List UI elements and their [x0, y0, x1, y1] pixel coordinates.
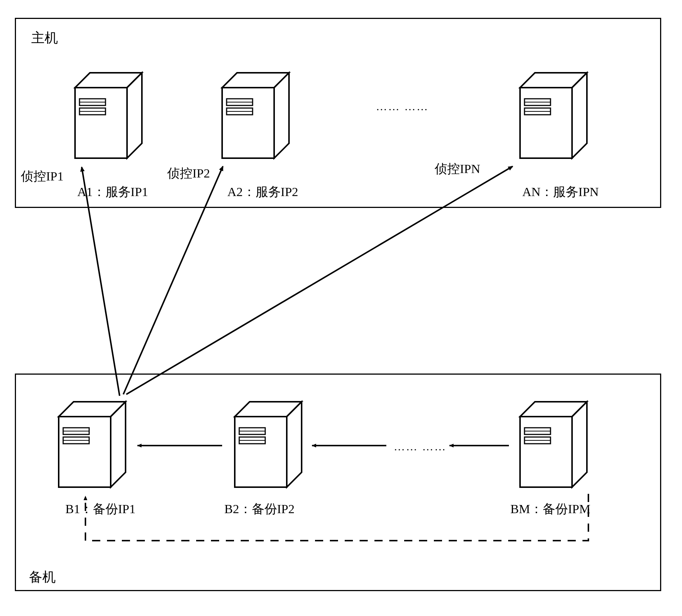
svg-marker-36 — [572, 402, 587, 487]
server-a2-name-label: A2：服务IP2 — [227, 183, 298, 201]
server-bm-name-label: BM：备份IPM — [510, 501, 590, 518]
svg-marker-29 — [287, 402, 302, 487]
server-an — [501, 65, 591, 162]
server-an-monitor-label: 侦控IPN — [435, 160, 480, 177]
primary-group-label: 主机 — [31, 29, 58, 47]
server-b2-name-label: B2：备份IP2 — [224, 501, 295, 518]
server-b2 — [216, 394, 305, 491]
svg-marker-1 — [127, 73, 142, 158]
server-a2 — [204, 65, 293, 162]
ellipsis-mid: …… …… — [394, 440, 447, 453]
server-a1-monitor-label: 侦控IP1 — [21, 168, 64, 185]
server-a1-name-label: A1：服务IP1 — [77, 183, 148, 201]
server-bm — [501, 394, 591, 491]
svg-marker-15 — [572, 73, 587, 158]
svg-marker-8 — [274, 73, 289, 158]
server-a2-monitor-label: 侦控IP2 — [167, 165, 210, 182]
svg-marker-22 — [111, 402, 126, 487]
standby-group-label: 备机 — [29, 568, 56, 586]
ellipsis-top: …… …… — [376, 100, 429, 113]
server-an-name-label: AN：服务IPN — [522, 183, 599, 201]
server-b1 — [40, 394, 129, 491]
server-b1-name-label: B1：备份IP1 — [65, 501, 136, 518]
server-a1 — [56, 65, 146, 162]
